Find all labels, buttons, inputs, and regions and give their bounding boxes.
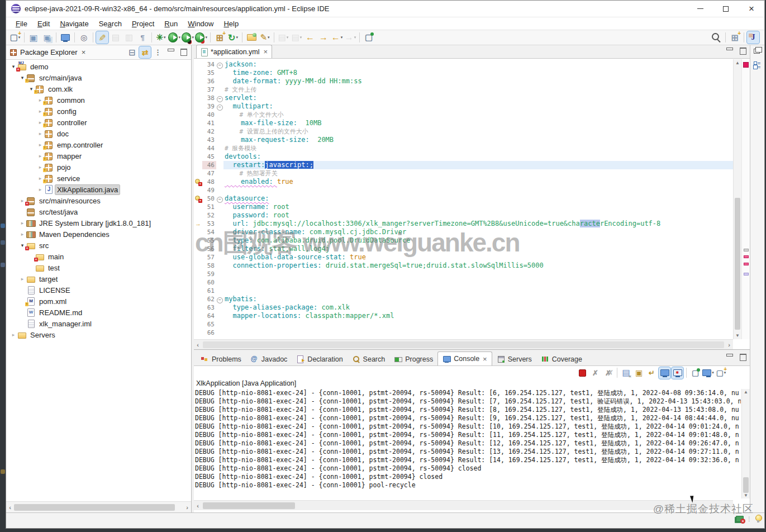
annotation-marker[interactable] xyxy=(744,249,749,251)
tree-item-controller[interactable]: ▸controller xyxy=(6,117,191,128)
fold-collapse-icon[interactable] xyxy=(216,295,223,303)
tab-progress[interactable]: Progress xyxy=(389,353,437,365)
tree-item-pojo[interactable]: ▸pojo xyxy=(6,162,191,173)
new-java-package-button[interactable] xyxy=(213,31,226,44)
editor-line[interactable]: 40 # 单个文件大小 xyxy=(194,111,733,119)
clear-console-button[interactable] xyxy=(620,367,632,379)
open-console-view-button[interactable] xyxy=(59,31,72,44)
fold-collapse-icon[interactable] xyxy=(216,194,223,203)
coverage-button[interactable]: ▾ xyxy=(182,31,194,44)
dropdown-arrow-icon[interactable]: ▾ xyxy=(354,35,356,40)
link-with-editor-button[interactable] xyxy=(139,46,151,58)
tab-console[interactable]: Console× xyxy=(437,352,492,365)
editor-line[interactable]: 57 use-global-data-source-stat: true xyxy=(194,253,733,262)
search-button[interactable] xyxy=(710,31,722,44)
remove-all-terminated-button[interactable] xyxy=(602,367,614,379)
editor-line[interactable]: 65 xyxy=(194,320,733,329)
tree-item-servers[interactable]: ▸Servers xyxy=(6,329,191,340)
editor-line[interactable]: 52 password: root xyxy=(194,211,733,220)
scroll-up-icon[interactable]: ▲ xyxy=(742,390,750,395)
editor-line[interactable]: 46 restart:javascript:; xyxy=(194,161,733,169)
editor-line[interactable]: 63 type-aliases-package: com.xlk xyxy=(194,303,733,312)
scrollbar-thumb[interactable] xyxy=(203,502,295,509)
scroll-right-icon[interactable]: › xyxy=(183,504,191,511)
open-console-button[interactable]: ▾ xyxy=(715,367,727,379)
run-button[interactable]: ▾ xyxy=(168,31,180,44)
menu-edit[interactable]: Edit xyxy=(32,18,55,29)
menu-window[interactable]: Window xyxy=(183,18,218,29)
inspect-button[interactable] xyxy=(78,31,90,44)
tab-coverage[interactable]: Coverage xyxy=(536,353,587,365)
outline-view-icon[interactable] xyxy=(754,61,761,69)
editor-line[interactable]: 49 xyxy=(194,186,733,194)
tree-item-src-main-java[interactable]: ▾src/main/java xyxy=(6,72,191,83)
editor-line[interactable]: 43 max-request-size: 20MB xyxy=(194,136,733,144)
scrollbar-thumb[interactable] xyxy=(735,198,740,330)
forward-history-button[interactable]: ▾ xyxy=(344,31,356,44)
close-button[interactable]: × xyxy=(739,1,764,17)
last-edit-location-button[interactable] xyxy=(304,31,316,44)
package-explorer-hscrollbar[interactable]: ‹ › xyxy=(6,501,191,512)
tab-search[interactable]: Search xyxy=(348,353,390,365)
editor-line[interactable]: 55 type: com.alibaba.druid.pool.DruidDat… xyxy=(194,236,733,245)
annotation-marker[interactable] xyxy=(744,263,749,265)
dropdown-arrow-icon[interactable]: ▾ xyxy=(341,35,343,40)
fold-collapse-icon[interactable] xyxy=(216,94,223,102)
tree-item-main[interactable]: main xyxy=(6,251,191,262)
show-console-on-output-button[interactable] xyxy=(659,367,670,379)
open-element-button[interactable] xyxy=(123,31,135,44)
editor-content[interactable]: 34jackson:35 time-zone: GMT+836 date-for… xyxy=(194,59,733,339)
tree-item-service[interactable]: ▸service xyxy=(6,173,191,184)
maximize-button[interactable] xyxy=(713,1,739,17)
dropdown-arrow-icon[interactable]: ▾ xyxy=(205,35,207,40)
java-perspective-button[interactable] xyxy=(747,31,759,44)
debug-button[interactable]: ▾ xyxy=(155,31,167,44)
tree-item-xlkapplication-java[interactable]: ▸XlkApplication.java xyxy=(6,184,191,195)
scroll-right-icon[interactable]: › xyxy=(725,341,733,348)
word-wrap-button[interactable] xyxy=(646,367,658,379)
minimize-button[interactable] xyxy=(687,1,713,17)
editor-line[interactable]: 50datasource: xyxy=(194,194,733,203)
fold-collapse-icon[interactable] xyxy=(216,60,223,69)
title-bar[interactable]: eclipse-java-2021-09-R-win32-x86_64 - de… xyxy=(6,1,764,17)
menu-help[interactable]: Help xyxy=(218,18,244,29)
run-external-tools-button[interactable]: ▾ xyxy=(227,31,239,44)
editor-line[interactable]: 54 driver-class-name: com.mysql.cj.jdbc.… xyxy=(194,228,733,236)
tree-item-readme-md[interactable]: README.md xyxy=(6,307,191,318)
new-wizard-button[interactable]: ▾ xyxy=(9,31,21,44)
editor-line[interactable]: 35 time-zone: GMT+8 xyxy=(194,69,733,77)
editor-line[interactable]: 62mybatis: xyxy=(194,295,733,303)
close-tab-icon[interactable]: × xyxy=(483,355,487,363)
scroll-left-icon[interactable]: ‹ xyxy=(6,504,14,511)
editor-line[interactable]: 51 username: root xyxy=(194,203,733,211)
editor-line[interactable]: 58 connection-properties: druid.stat.mer… xyxy=(194,262,733,270)
dropdown-arrow-icon[interactable]: ▾ xyxy=(300,35,302,40)
menu-navigate[interactable]: Navigate xyxy=(55,18,93,29)
tree-item-src-main-resources[interactable]: ▸src/main/resources xyxy=(6,195,191,206)
console-output[interactable]: DEBUG [http-nio-8081-exec-24] - {conn-10… xyxy=(195,389,741,497)
error-indicator[interactable] xyxy=(743,62,749,68)
editor-line[interactable]: 47 # 热部署开关 xyxy=(194,169,733,178)
editor-line[interactable]: 34jackson: xyxy=(194,60,733,69)
scroll-down-icon[interactable]: ▼ xyxy=(742,493,750,498)
editor-hscrollbar[interactable]: ‹ › xyxy=(194,339,733,349)
copy-qualified-name-button[interactable] xyxy=(110,31,122,44)
overview-ruler[interactable] xyxy=(741,59,750,339)
menu-run[interactable]: Run xyxy=(159,18,183,29)
dropdown-arrow-icon[interactable]: ▾ xyxy=(268,35,270,40)
scroll-lock-button[interactable] xyxy=(633,367,645,379)
tree-item-test[interactable]: test xyxy=(6,262,191,273)
editor-line[interactable]: 41 max-file-size: 10MB xyxy=(194,119,733,127)
terminate-button[interactable] xyxy=(577,367,588,379)
editor-vscrollbar[interactable]: ▲ ▼ xyxy=(733,59,741,339)
maximize-editor-icon[interactable] xyxy=(737,45,749,57)
close-tab-icon[interactable]: × xyxy=(264,48,268,56)
save-button[interactable] xyxy=(27,31,40,44)
scrollbar-thumb[interactable] xyxy=(203,341,724,348)
dropdown-arrow-icon[interactable]: ▾ xyxy=(724,370,726,375)
scroll-down-icon[interactable]: ▼ xyxy=(734,333,741,338)
editor-line[interactable]: 59 xyxy=(194,270,733,278)
editor-line[interactable]: 53 url: jdbc:mysql://localhost:3306/xlk_… xyxy=(194,220,733,228)
scroll-up-icon[interactable]: ▲ xyxy=(734,60,741,65)
tree-item-target[interactable]: ▸target xyxy=(6,273,191,284)
